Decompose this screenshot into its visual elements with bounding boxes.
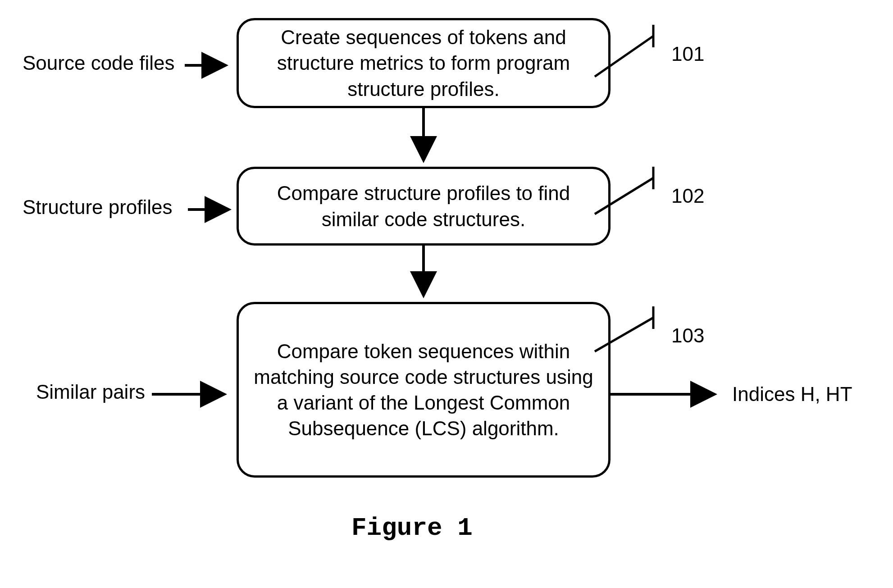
arrow-input-3 — [152, 385, 233, 403]
arrow-output — [611, 385, 723, 403]
svg-line-10 — [595, 318, 653, 351]
input-label-3: Similar pairs — [36, 381, 145, 403]
ref-label-2: 102 — [671, 185, 704, 207]
arrow-step-1-2 — [415, 108, 433, 169]
svg-line-8 — [595, 178, 653, 214]
step-box-2-text: Compare structure profiles to find simil… — [252, 180, 595, 232]
step-box-3-text: Compare token sequences within matching … — [252, 338, 595, 442]
arrow-step-2-3 — [415, 246, 433, 304]
arrow-input-1 — [185, 56, 234, 74]
output-label: Indices H, HT — [732, 383, 852, 406]
figure-title: Figure 1 — [351, 514, 473, 542]
step-box-1: Create sequences of tokens and structure… — [237, 18, 611, 108]
step-box-1-text: Create sequences of tokens and structure… — [252, 24, 595, 102]
flowchart-diagram: Source code files Structure profiles Sim… — [0, 0, 893, 588]
arrow-input-2 — [188, 201, 237, 219]
input-label-2: Structure profiles — [23, 196, 173, 219]
ref-label-1: 101 — [671, 43, 704, 65]
input-label-1: Source code files — [23, 52, 175, 74]
step-box-2: Compare structure profiles to find simil… — [237, 167, 611, 246]
ref-label-3: 103 — [671, 324, 704, 347]
svg-line-6 — [595, 36, 653, 77]
step-box-3: Compare token sequences within matching … — [237, 302, 611, 478]
